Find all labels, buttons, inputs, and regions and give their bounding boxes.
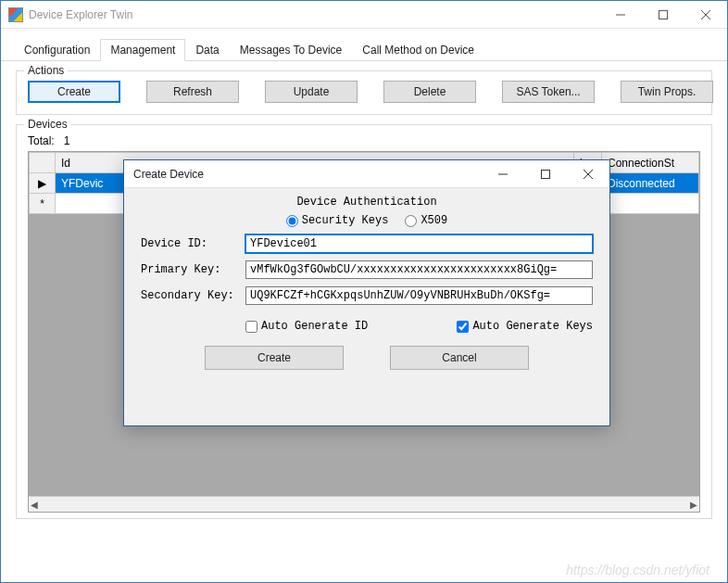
- sas-token-button[interactable]: SAS Token...: [502, 81, 595, 103]
- device-id-input[interactable]: [245, 234, 593, 253]
- create-device-dialog: Create Device Device Authentication Secu…: [123, 159, 610, 426]
- scroll-right-icon[interactable]: ▶: [690, 500, 697, 510]
- svg-rect-1: [659, 10, 668, 19]
- window-controls: [599, 1, 727, 29]
- actions-legend: Actions: [24, 64, 68, 77]
- auto-generate-keys-input[interactable]: [457, 321, 469, 333]
- radio-x509[interactable]: X509: [405, 214, 447, 227]
- radio-x509-input[interactable]: [405, 215, 417, 227]
- close-button[interactable]: [684, 1, 727, 29]
- dialog-cancel-button[interactable]: Cancel: [390, 346, 529, 370]
- delete-button[interactable]: Delete: [383, 81, 476, 103]
- refresh-button[interactable]: Refresh: [146, 81, 239, 103]
- total-value: 1: [64, 134, 70, 147]
- radio-security-keys-input[interactable]: [286, 215, 298, 227]
- cell-connection[interactable]: Disconnected: [602, 173, 699, 194]
- watermark: https://blog.csdn.net/yfiot: [566, 563, 709, 577]
- scroll-left-icon[interactable]: ◀: [31, 500, 38, 510]
- dialog-title: Create Device: [133, 168, 482, 181]
- secondary-key-label: Secondary Key:: [141, 289, 238, 302]
- update-button[interactable]: Update: [265, 81, 358, 103]
- minimize-button[interactable]: [599, 1, 642, 29]
- tab-configuration[interactable]: Configuration: [14, 39, 100, 61]
- radio-security-keys[interactable]: Security Keys: [286, 214, 389, 227]
- grid-corner: [30, 153, 56, 173]
- twin-props-button[interactable]: Twin Props.: [621, 81, 713, 103]
- tab-messages-to-device[interactable]: Messages To Device: [230, 39, 353, 61]
- auto-generate-keys-checkbox[interactable]: Auto Generate Keys: [457, 320, 593, 333]
- device-id-label: Device ID:: [141, 237, 238, 250]
- dialog-create-button[interactable]: Create: [205, 346, 344, 370]
- auto-generate-id-input[interactable]: [245, 321, 257, 333]
- dialog-minimize-button[interactable]: [482, 160, 524, 188]
- row-marker: ▶: [30, 173, 56, 194]
- tabstrip: Configuration Management Data Messages T…: [1, 29, 727, 61]
- tab-data[interactable]: Data: [185, 39, 229, 61]
- primary-key-label: Primary Key:: [141, 263, 238, 276]
- total-label: Total:: [28, 134, 55, 147]
- dialog-close-button[interactable]: [567, 160, 609, 188]
- dialog-titlebar: Create Device: [124, 160, 609, 188]
- tab-management[interactable]: Management: [100, 39, 185, 61]
- auto-generate-id-checkbox[interactable]: Auto Generate ID: [245, 320, 368, 333]
- devices-legend: Devices: [24, 118, 71, 131]
- new-row-marker: *: [30, 194, 56, 214]
- app-icon: [8, 7, 23, 22]
- col-connection[interactable]: ConnectionSt: [602, 153, 699, 173]
- actions-group: Actions Create Refresh Update Delete SAS…: [16, 70, 712, 115]
- main-titlebar: Device Explorer Twin: [1, 1, 727, 29]
- create-button[interactable]: Create: [28, 81, 120, 103]
- devices-total: Total: 1: [28, 134, 700, 147]
- horizontal-scrollbar[interactable]: ◀ ▶: [29, 496, 699, 512]
- primary-key-input[interactable]: [245, 260, 593, 279]
- tab-call-method[interactable]: Call Method on Device: [352, 39, 484, 61]
- secondary-key-input[interactable]: [245, 286, 593, 305]
- auth-label: Device Authentication: [141, 196, 593, 209]
- dialog-maximize-button[interactable]: [524, 160, 567, 188]
- svg-rect-5: [542, 170, 550, 178]
- maximize-button[interactable]: [642, 1, 684, 29]
- window-title: Device Explorer Twin: [29, 8, 599, 21]
